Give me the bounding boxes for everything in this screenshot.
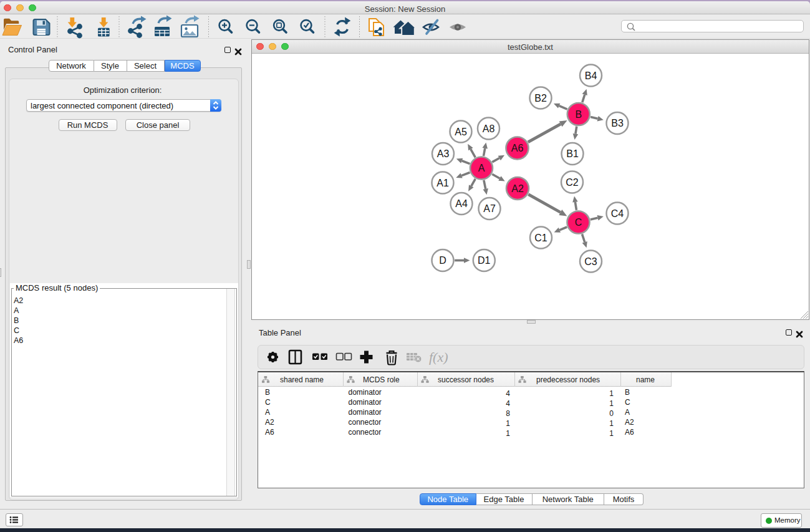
svg-text:C4: C4 (611, 208, 624, 219)
svg-text:A1: A1 (436, 178, 449, 188)
svg-text:B: B (575, 109, 582, 120)
svg-text:B4: B4 (585, 70, 597, 81)
svg-text:A4: A4 (455, 198, 468, 209)
svg-text:A5: A5 (455, 127, 467, 137)
svg-text:D1: D1 (478, 255, 491, 266)
svg-text:A3: A3 (437, 148, 450, 159)
svg-text:C: C (575, 217, 582, 228)
svg-text:B2: B2 (534, 93, 547, 104)
svg-text:B3: B3 (611, 118, 624, 128)
svg-text:B1: B1 (566, 148, 579, 159)
svg-text:f(x): f(x) (429, 349, 448, 365)
svg-text:A2: A2 (511, 183, 524, 194)
svg-text:A6: A6 (511, 143, 524, 153)
svg-text:A7: A7 (483, 203, 496, 214)
svg-text:D: D (439, 255, 446, 266)
svg-text:C3: C3 (584, 256, 597, 267)
svg-text:C2: C2 (566, 177, 579, 188)
svg-text:A8: A8 (483, 123, 495, 134)
svg-text:A: A (478, 163, 485, 173)
svg-text:C1: C1 (534, 233, 547, 243)
